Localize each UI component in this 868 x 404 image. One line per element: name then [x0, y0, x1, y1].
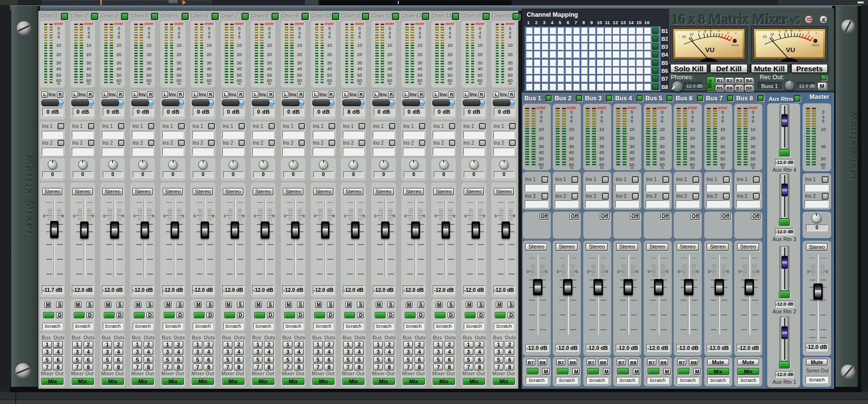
- svg-text:+: +: [815, 31, 817, 35]
- svg-text:7: 7: [778, 31, 780, 34]
- svg-text:10: 10: [689, 32, 693, 36]
- svg-text:3: 3: [790, 29, 792, 32]
- svg-text:3: 3: [710, 29, 712, 32]
- svg-text:5: 5: [785, 30, 787, 33]
- svg-text:0: 0: [799, 29, 801, 32]
- svg-text:3: 3: [727, 31, 729, 34]
- svg-text:VU: VU: [786, 46, 795, 54]
- svg-text:3: 3: [808, 31, 809, 34]
- svg-text:VU: VU: [705, 46, 715, 54]
- svg-text:10: 10: [770, 32, 774, 36]
- svg-text:PEAK: PEAK: [731, 44, 739, 47]
- svg-text:5: 5: [704, 30, 706, 33]
- svg-text:20: 20: [763, 35, 767, 38]
- svg-text:+: +: [735, 31, 737, 35]
- svg-text:7: 7: [698, 31, 700, 34]
- svg-text:0: 0: [718, 29, 720, 32]
- svg-text:20: 20: [682, 35, 686, 38]
- svg-text:PEAK: PEAK: [812, 44, 820, 47]
